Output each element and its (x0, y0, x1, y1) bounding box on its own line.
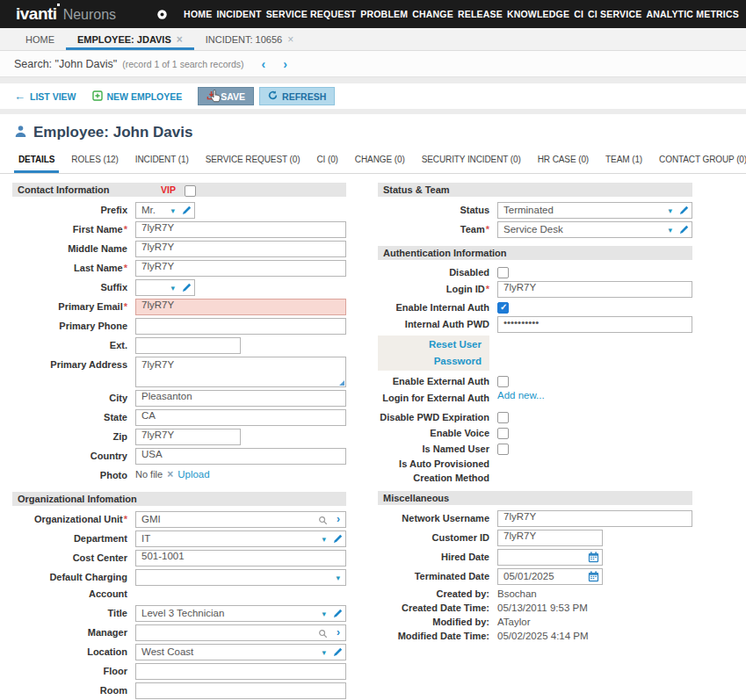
enable-internal-auth-checkbox[interactable] (497, 302, 509, 314)
record-tab-team-1[interactable]: TEAM (1) (603, 155, 645, 173)
record-tab-roles-12[interactable]: ROLES (12) (69, 155, 120, 173)
refresh-button[interactable]: REFRESH (259, 87, 335, 105)
middle-name-input[interactable]: 7lyR7Y (135, 241, 346, 257)
nav-item-incident[interactable]: INCIDENT (216, 9, 261, 19)
caret-down-icon[interactable]: ▾ (668, 223, 672, 238)
cost-center-input[interactable]: 501-1001 (135, 550, 346, 566)
reset-user-password-link[interactable]: Reset User Password (378, 336, 489, 371)
search-icon[interactable] (318, 628, 328, 643)
disabled-checkbox[interactable] (497, 267, 509, 278)
nav-item-service-request[interactable]: SERVICE REQUEST (266, 9, 357, 19)
nav-item-release[interactable]: RELEASE (458, 9, 503, 19)
last-name-input[interactable]: 7lyR7Y (135, 260, 346, 277)
pencil-edit-icon[interactable] (679, 224, 689, 239)
team-label: Team* (378, 221, 497, 238)
nav-item-ci-service[interactable]: CI SERVICE (588, 9, 641, 19)
resize-handle[interactable] (339, 380, 344, 386)
record-tab-contact-group-0[interactable]: CONTACT GROUP (0) (656, 155, 746, 173)
city-input[interactable]: Pleasanton (135, 390, 346, 407)
pencil-edit-icon[interactable] (333, 608, 343, 623)
field-label-text: Created by: (436, 588, 489, 599)
app-launcher-icon[interactable] (156, 9, 168, 20)
team-select[interactable]: Service Desk▾ (497, 221, 692, 238)
organizational-unit-lookup[interactable]: GMI› (135, 511, 346, 528)
enable-voice-checkbox[interactable] (497, 428, 509, 439)
nav-item-knowledge[interactable]: KNOWLEDGE (507, 9, 569, 19)
customer-id-input[interactable]: 7lyR7Y (497, 530, 603, 546)
record-tab-change-0[interactable]: CHANGE (0) (352, 155, 408, 173)
suffix-select[interactable]: ▾ (135, 279, 195, 296)
close-tab-icon[interactable]: × (287, 34, 293, 45)
save-button[interactable]: SAVE (198, 87, 254, 105)
internal-auth-pwd-input[interactable]: •••••••••• (497, 316, 692, 333)
network-username-input[interactable]: 7lyR7Y (497, 510, 692, 527)
terminated-date-date-input[interactable]: 05/01/2025 (497, 568, 603, 585)
pencil-edit-icon[interactable] (182, 205, 192, 220)
state-input[interactable]: CA (135, 409, 346, 426)
search-icon[interactable] (318, 515, 328, 530)
pencil-edit-icon[interactable] (333, 533, 343, 548)
new-employee-button[interactable]: NEW EMPLOYEE (92, 90, 183, 103)
pencil-edit-icon[interactable] (182, 282, 192, 297)
caret-down-icon[interactable]: ▾ (336, 571, 340, 586)
caret-down-icon[interactable]: ▾ (170, 204, 175, 219)
workspace-tab-incident-10656[interactable]: INCIDENT: 10656× (194, 28, 305, 50)
record-tab-ci-0[interactable]: CI (0) (314, 155, 340, 173)
department-select[interactable]: IT▾ (135, 530, 346, 547)
zip-input[interactable]: 7lyR7Y (135, 429, 241, 445)
chevron-right-icon[interactable]: › (337, 512, 340, 527)
room-input[interactable] (135, 682, 346, 699)
manager-lookup[interactable]: › (135, 624, 346, 641)
is-named-user-checkbox[interactable] (497, 444, 509, 455)
primary-email-input[interactable]: 7lyR7Y (135, 299, 346, 315)
upload-link[interactable]: Upload (177, 467, 209, 482)
record-tab-security-incident-0[interactable]: SECURITY INCIDENT (0) (419, 155, 524, 173)
primary-phone-input[interactable] (135, 318, 346, 335)
section-header-authentication-information: Authentication Information (378, 246, 692, 260)
pencil-edit-icon[interactable] (333, 646, 343, 661)
nav-item-ci[interactable]: CI (574, 9, 583, 19)
caret-down-icon[interactable]: ▾ (322, 607, 326, 622)
enable-external-auth-checkbox[interactable] (497, 376, 509, 387)
floor-input[interactable] (135, 663, 346, 680)
workspace-tab-home[interactable]: HOME (14, 28, 66, 50)
record-tab-incident-1[interactable]: INCIDENT (1) (133, 155, 192, 173)
first-name-input[interactable]: 7lyR7Y (135, 221, 346, 238)
calendar-icon[interactable] (588, 571, 599, 587)
nav-item-problem[interactable]: PROBLEM (360, 9, 408, 19)
calendar-icon[interactable] (588, 552, 599, 567)
ext-input[interactable] (135, 337, 241, 354)
modified-date-time-cell: 05/02/2025 4:14 PM (497, 630, 692, 643)
nav-item-change[interactable]: CHANGE (412, 9, 453, 19)
next-record-icon[interactable]: › (283, 58, 287, 70)
caret-down-icon[interactable]: ▾ (170, 281, 175, 296)
record-tab-service-request-0[interactable]: SERVICE REQUEST (0) (203, 155, 303, 173)
nav-item-analytic-metrics[interactable]: ANALYTIC METRICS (646, 9, 738, 19)
record-tab-hr-case-0[interactable]: HR CASE (0) (535, 155, 591, 173)
caret-down-icon[interactable]: ▾ (322, 532, 326, 547)
primary-address-textarea[interactable]: 7lyR7Y (135, 357, 346, 387)
clear-file-icon[interactable]: × (167, 467, 173, 482)
location-select[interactable]: West Coast▾ (135, 644, 346, 660)
list-view-button[interactable]: ← LIST VIEW (14, 90, 76, 102)
close-tab-icon[interactable]: × (177, 34, 183, 45)
country-input[interactable]: USA (135, 448, 346, 465)
prefix-select[interactable]: Mr.▾ (135, 202, 195, 219)
top-nav: ivanti Neurons HOMEINCIDENTSERVICE REQUE… (0, 0, 746, 28)
default-charging-account-select[interactable]: ▾ (135, 569, 346, 586)
hired-date-date-input[interactable] (497, 549, 603, 566)
status-select[interactable]: Terminated▾ (497, 202, 692, 219)
chevron-right-icon[interactable]: › (337, 625, 340, 640)
caret-down-icon[interactable]: ▾ (668, 204, 672, 219)
workspace-tab-employee-jdavis[interactable]: EMPLOYEE: JDAVIS× (66, 28, 194, 50)
record-tab-details[interactable]: DETAILS (16, 155, 57, 173)
pencil-edit-icon[interactable] (679, 205, 689, 220)
previous-record-icon[interactable]: ‹ (262, 58, 266, 70)
nav-item-home[interactable]: HOME (184, 9, 212, 19)
caret-down-icon[interactable]: ▾ (322, 646, 326, 660)
title-select[interactable]: Level 3 Technician▾ (135, 605, 346, 622)
login-for-external-auth-link[interactable]: Add new... (497, 390, 545, 401)
disable-pwd-expiration-checkbox[interactable] (497, 412, 509, 423)
vip-checkbox[interactable] (185, 185, 196, 197)
login-id-input[interactable]: 7lyR7Y (497, 281, 692, 298)
